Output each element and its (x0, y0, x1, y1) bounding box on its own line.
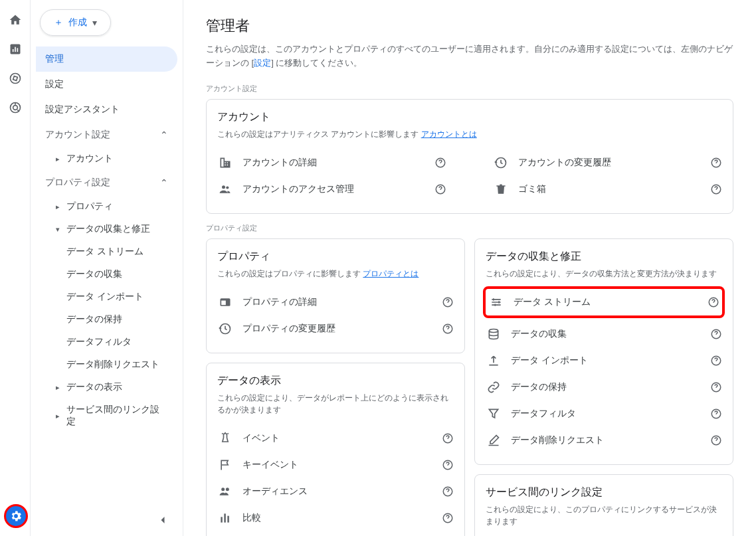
upload-icon (486, 354, 502, 367)
section-label-property: プロパティ設定 (206, 223, 733, 233)
row-label: アカウントのアクセス管理 (242, 183, 434, 195)
history-icon (217, 322, 233, 335)
row-data-import[interactable]: データ インポート (486, 347, 722, 374)
help-icon[interactable] (442, 432, 454, 444)
nav-settings[interactable]: 設定 (36, 72, 177, 97)
nav-property-label: プロパティ (66, 201, 113, 213)
nav-data-streams[interactable]: データ ストリーム (36, 240, 177, 263)
caret-down-icon: ▾ (92, 17, 97, 28)
section-label-account: アカウント設定 (206, 84, 733, 94)
row-label: データの保持 (511, 381, 710, 393)
link-icon (486, 381, 502, 394)
help-icon[interactable] (710, 434, 722, 446)
web-icon (217, 296, 233, 309)
row-data-streams[interactable]: データ ストリーム (488, 289, 719, 315)
help-icon[interactable] (710, 408, 722, 420)
nav-section-property[interactable]: プロパティ設定 ⌃ (36, 170, 177, 195)
row-account-history[interactable]: アカウントの変更履歴 (493, 149, 722, 176)
create-button[interactable]: ＋ 作成 ▾ (40, 9, 111, 36)
nav-data-collection[interactable]: ▾データの収集と修正 (36, 218, 177, 240)
card-links-title: サービス間のリンク設定 (486, 486, 722, 499)
svg-point-6 (13, 106, 17, 110)
row-property-history[interactable]: プロパティの変更履歴 (217, 315, 454, 342)
history-icon (493, 156, 509, 169)
nav-data-collect[interactable]: データの収集 (36, 263, 177, 286)
reports-icon[interactable] (9, 43, 22, 56)
help-icon[interactable] (710, 328, 722, 340)
nav-data-filter[interactable]: データフィルタ (36, 331, 177, 353)
nav-data-retention[interactable]: データの保持 (36, 308, 177, 331)
help-icon[interactable] (442, 459, 454, 471)
row-label: イベント (242, 432, 442, 444)
plus-icon: ＋ (54, 17, 63, 29)
nav-section-account[interactable]: アカウント設定 ⌃ (36, 122, 177, 147)
row-data-delete[interactable]: データ削除リクエスト (486, 427, 722, 454)
subtitle-post: ] に移動してください。 (271, 58, 362, 68)
property-link[interactable]: プロパティとは (363, 269, 419, 278)
row-trash[interactable]: ゴミ箱 (493, 176, 722, 203)
admin-gear-icon[interactable] (4, 504, 28, 528)
nav-data-delete[interactable]: データ削除リクエスト (36, 353, 177, 376)
chevron-up-icon: ⌃ (160, 177, 168, 188)
help-icon[interactable] (442, 486, 454, 497)
svg-rect-2 (15, 47, 16, 52)
row-account-access[interactable]: アカウントのアクセス管理 (217, 176, 446, 203)
database-icon (486, 327, 502, 341)
row-account-details[interactable]: アカウントの詳細 (217, 149, 446, 176)
card-dc-title: データの収集と修正 (486, 250, 722, 264)
nav-property[interactable]: ▸プロパティ (36, 195, 177, 218)
flag-icon (217, 458, 233, 472)
help-icon[interactable] (708, 296, 719, 308)
account-link[interactable]: アカウントとは (421, 130, 477, 139)
help-icon[interactable] (434, 157, 446, 169)
help-icon[interactable] (710, 355, 722, 367)
card-data-display: データの表示 これらの設定により、データがレポート上にどのように表示されるかが決… (206, 363, 465, 536)
svg-point-8 (222, 185, 225, 189)
row-property-details[interactable]: プロパティの詳細 (217, 289, 454, 315)
row-compare[interactable]: 比較 (217, 505, 454, 531)
nav-account[interactable]: ▸アカウント (36, 147, 177, 170)
trash-icon (493, 183, 509, 196)
help-icon[interactable] (710, 157, 722, 169)
touch-icon (217, 432, 233, 445)
nav-section-property-label: プロパティ設定 (45, 177, 110, 189)
svg-rect-22 (221, 517, 223, 522)
svg-rect-24 (227, 515, 229, 522)
row-label: データ削除リクエスト (511, 434, 710, 446)
people-icon (217, 183, 233, 196)
row-key-events[interactable]: キーイベント (217, 452, 454, 478)
advertising-icon[interactable] (9, 101, 22, 114)
row-data-filter[interactable]: データフィルタ (486, 401, 722, 427)
nav-data-import[interactable]: データ インポート (36, 286, 177, 308)
caret-right-icon: ▸ (56, 155, 61, 163)
row-data-retention[interactable]: データの保持 (486, 374, 722, 401)
row-label: ゴミ箱 (518, 183, 710, 195)
nav-admin[interactable]: 管理 (36, 46, 177, 72)
help-icon[interactable] (710, 381, 722, 393)
home-icon[interactable] (9, 13, 22, 27)
row-custom-def[interactable]: カスタム定義 (217, 531, 454, 536)
card-dc-desc: これらの設定により、データの収集方法と変更方法が決まります (486, 268, 722, 280)
collapse-sidebar-icon[interactable] (156, 513, 169, 527)
help-icon[interactable] (442, 323, 454, 335)
caret-right-icon: ▸ (56, 383, 61, 392)
row-events[interactable]: イベント (217, 425, 454, 452)
nav-data-display[interactable]: ▸データの表示 (36, 376, 177, 399)
row-label: オーディエンス (242, 486, 442, 497)
card-data-collection: データの収集と修正 これらの設定により、データの収集方法と変更方法が決まります … (474, 238, 733, 465)
help-icon[interactable] (434, 183, 446, 195)
help-icon[interactable] (710, 183, 722, 195)
help-icon[interactable] (442, 512, 454, 524)
subtitle-link[interactable]: 設定 (254, 58, 271, 68)
main-content: 管理者 これらの設定は、このアカウントとプロパティのすべてのユーザーに適用されま… (183, 0, 756, 536)
nav-links[interactable]: ▸サービス間のリンク設定 (36, 399, 177, 433)
row-label: データの収集 (511, 328, 710, 340)
row-data-collect[interactable]: データの収集 (486, 321, 722, 347)
svg-point-4 (10, 74, 20, 84)
highlight-data-streams: データ ストリーム (483, 286, 725, 318)
nav-data-display-label: データの表示 (66, 381, 122, 393)
nav-setup-assistant[interactable]: 設定アシスタント (36, 97, 177, 122)
explore-icon[interactable] (9, 72, 22, 85)
row-audiences[interactable]: オーディエンス (217, 478, 454, 505)
help-icon[interactable] (442, 296, 454, 308)
